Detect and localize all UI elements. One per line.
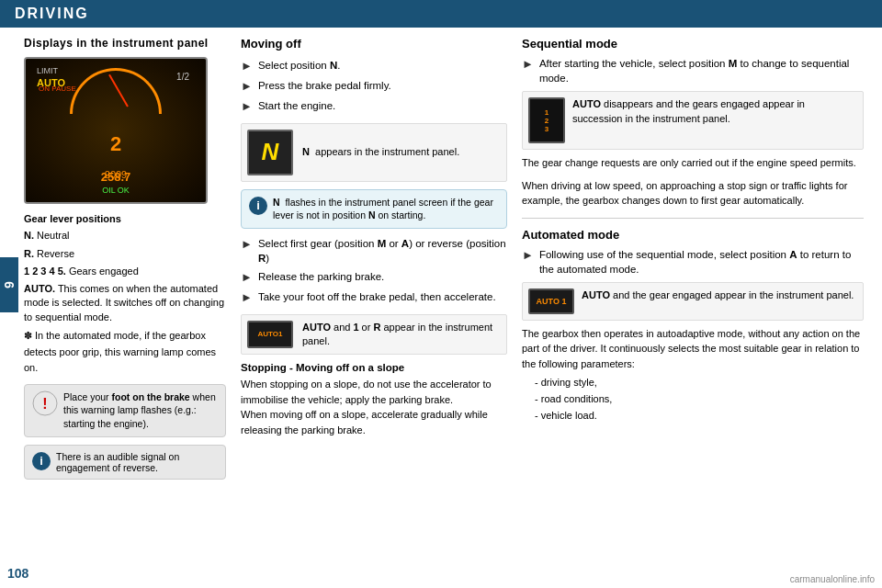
left-section-title: Displays in the instrument panel [24,37,226,50]
auto-gear-desc: AUTO and the gear engaged appear in the … [582,288,854,302]
warn-text: Place your foot on the brake when this w… [63,390,218,431]
gear-note: ✽ In the automated mode, if the gear­box… [24,328,226,377]
n-symbol-box: N N appears in the instrument panel. [241,123,507,182]
auto-orange-image: AUTO 1 [528,288,574,314]
moving-off-title: Moving off [241,37,507,51]
auto-small-image: 1 2 3 [528,97,565,143]
bullet-5: ► Release the parking brake. [241,269,507,286]
page-header: DRIVING [0,0,882,28]
auto-instrument-box: AUTO 1 AUTO and 1 or R appear in the ins… [241,314,507,356]
slope-title: Stopping - Moving off on a slope [241,362,507,373]
chapter-tab: 9 [0,257,18,312]
auto-disappears-text: AUTO disappears and the gears engaged ap… [572,97,857,126]
left-column: Displays in the instrument panel LIMIT O… [24,37,226,575]
moving-bullets: ► Select position N. ► Press the brake p… [241,58,507,116]
slope-text: When stopping on a slope, do not use the… [241,377,507,437]
gear-lever-list: N. Neutral R. Reverse 1 2 3 4 5. Gears e… [24,228,226,377]
auto-disappears-box: 1 2 3 AUTO disappears and the gears enga… [522,91,864,150]
bullet-4: ► Select first gear (position M or A) or… [241,236,507,266]
gear-lever-title: Gear lever positions [24,213,226,224]
dash-item-3: vehicle load. [535,408,864,424]
bullet-3: ► Start the engine. [241,98,507,115]
n-symbol: N [247,130,293,175]
gear-change-text: The gear change requests are only car­ri… [522,155,864,171]
divider [522,218,864,219]
info-box-reverse: i There is an audible signal on engageme… [24,445,226,480]
dash-item-2: road conditions, [535,391,864,408]
warn-symbol: ! [32,390,58,418]
page-number: 108 [7,566,28,581]
moving-bullets-2: ► Select first gear (position M or A) or… [241,236,507,307]
auto-panel-desc: AUTO and 1 or R appear in the instrument… [302,321,501,349]
auto-mode-bullet: ► Following use of the sequential mode, … [522,247,864,277]
n-flash-info-icon: i [249,197,267,215]
bullet-6: ► Take your foot off the brake pedal, th… [241,289,507,306]
gear-1-5: 1 2 3 4 5. Gears engaged [24,264,226,280]
watermark: carmanualonline.info [790,574,875,584]
instrument-panel-image: LIMIT ON PAUSE AUTO 1/2 2 258.7 2009 OIL… [24,57,208,204]
dash-list: driving style, road conditions, vehicle … [535,375,864,424]
automated-mode-title: Automated mode [522,228,864,242]
auto-gear-box: AUTO 1 AUTO and the gear engaged appear … [522,282,864,321]
n-flash-box: i N flashes in the instrument panel scre… [241,189,507,229]
seq-bullet: ► After starting the vehicle, select pos… [522,56,864,85]
header-title: DRIVING [15,6,89,21]
middle-column: Moving off ► Select position N. ► Press … [241,37,507,575]
gauge-arc [70,68,162,114]
gearbox-desc: The gearbox then operates in auto­adapti… [522,326,864,372]
low-speed-text: When driving at low speed, on ap­proachi… [522,178,864,209]
bullet-1: ► Select position N. [241,58,507,74]
gear-r: R. Reverse [24,246,226,263]
info-icon: i [32,452,51,470]
warn-box: ! Place your foot on the brake when this… [24,384,226,437]
gear-n: N. Neutral [24,228,226,244]
auto-panel-image: AUTO 1 [247,321,293,348]
svg-text:!: ! [42,396,47,412]
right-column: Sequential mode ► After starting the veh… [522,37,864,575]
gear-auto: AUTO. This comes on when the auto­mated … [24,282,226,324]
info-text: There is an audible signal on engagement… [56,451,218,473]
dash-item-1: driving style, [535,375,864,391]
n-desc: N appears in the instrument panel. [302,145,459,159]
sequential-mode-title: Sequential mode [522,37,864,51]
main-content: Displays in the instrument panel LIMIT O… [0,28,882,584]
n-flash-text: N flashes in the instrument panel screen… [273,196,499,222]
bullet-2: ► Press the brake pedal firmly. [241,78,507,95]
